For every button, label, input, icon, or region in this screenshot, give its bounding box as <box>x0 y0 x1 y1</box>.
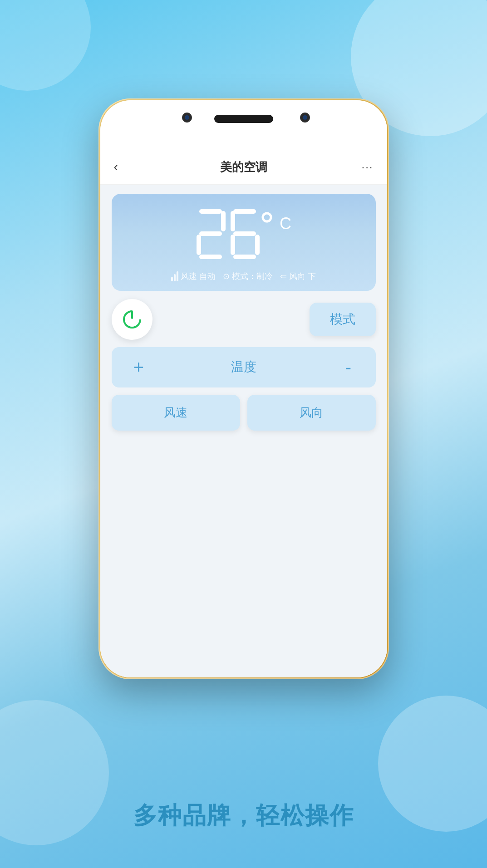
controls-area: 模式 + 温度 - 风速 风向 <box>112 299 376 431</box>
svg-rect-7 <box>233 231 256 236</box>
phone-inner: ‹ 美的空调 ··· <box>100 100 387 677</box>
wind-dir-value: 下 <box>308 271 316 282</box>
celsius-unit: C <box>280 214 291 233</box>
svg-rect-6 <box>231 211 235 231</box>
wind-dir-indicator: ⇐ <box>280 271 287 281</box>
phone-speaker <box>214 115 273 123</box>
front-camera-right <box>300 113 310 123</box>
svg-rect-1 <box>221 211 226 231</box>
svg-rect-3 <box>197 235 201 255</box>
app-screen: ‹ 美的空调 ··· <box>100 150 387 677</box>
wind-speed-value: 自动 <box>199 271 216 282</box>
phone-mockup: ‹ 美的空调 ··· <box>98 98 389 679</box>
wind-speed-status: 风速 自动 <box>171 271 216 282</box>
temperature-svg <box>196 207 277 262</box>
temperature-control-row: + 温度 - <box>112 347 376 387</box>
bg-wave-top-left <box>0 0 91 91</box>
wind-dir-label: 风向 <box>289 271 305 282</box>
svg-rect-0 <box>199 209 222 214</box>
front-camera-left <box>182 113 192 123</box>
svg-rect-5 <box>233 209 256 214</box>
wind-bar-1 <box>171 277 173 281</box>
wind-speed-button[interactable]: 风速 <box>112 395 240 431</box>
temperature-status: 风速 自动 ⊙ 模式：制冷 ⇐ 风向 下 <box>125 271 362 282</box>
bottom-tagline: 多种品牌，轻松操作 <box>0 800 487 832</box>
wind-speed-icon <box>171 271 178 281</box>
power-button[interactable] <box>112 299 152 340</box>
back-button[interactable]: ‹ <box>114 160 132 174</box>
app-content: C 风速 自动 <box>100 185 387 677</box>
wind-speed-label: 风速 <box>181 271 197 282</box>
power-icon <box>121 308 143 331</box>
svg-rect-2 <box>199 231 222 236</box>
more-button[interactable]: ··· <box>355 161 374 173</box>
controls-row-1: 模式 <box>112 299 376 340</box>
temperature-panel: C 风速 自动 <box>112 194 376 291</box>
wind-dir-status: ⇐ 风向 下 <box>280 271 316 282</box>
svg-rect-4 <box>199 255 222 259</box>
controls-row-3: 风速 风向 <box>112 395 376 431</box>
temp-plus-button[interactable]: + <box>128 357 150 378</box>
temperature-number: C <box>196 207 291 262</box>
wind-bar-3 <box>177 271 178 281</box>
svg-rect-9 <box>233 255 256 259</box>
temp-minus-button[interactable]: - <box>337 357 360 378</box>
mode-label: 模式：制冷 <box>232 271 273 282</box>
mode-indicator: ⊙ <box>223 271 230 281</box>
phone-top-bar <box>100 100 387 150</box>
wind-direction-button[interactable]: 风向 <box>247 395 376 431</box>
mode-status: ⊙ 模式：制冷 <box>223 271 273 282</box>
page-title: 美的空调 <box>220 159 267 175</box>
phone-frame: ‹ 美的空调 ··· <box>98 98 389 679</box>
wind-bar-2 <box>174 274 176 281</box>
app-header: ‹ 美的空调 ··· <box>100 150 387 185</box>
mode-button[interactable]: 模式 <box>310 303 376 336</box>
svg-point-11 <box>263 213 271 221</box>
svg-rect-10 <box>255 235 260 255</box>
temp-label: 温度 <box>231 358 256 376</box>
svg-rect-8 <box>231 235 235 255</box>
